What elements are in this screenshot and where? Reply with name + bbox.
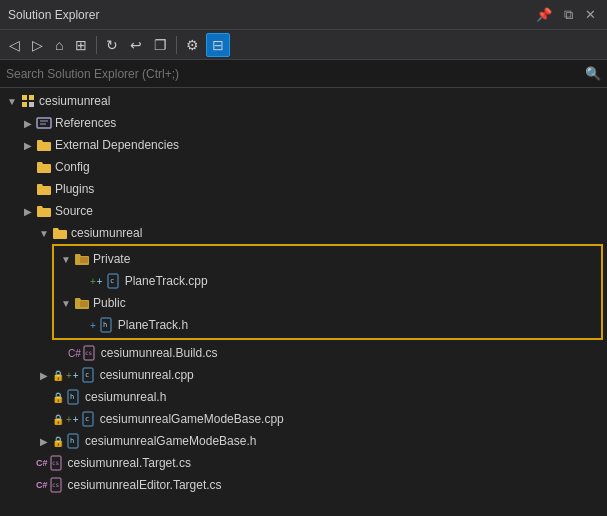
title-bar-icons: 📌 ⧉ ✕ <box>533 6 599 24</box>
home-button[interactable]: ⌂ <box>50 34 68 56</box>
tree-item-editor-target-cs[interactable]: C# cs cesiumunrealEditor.Target.cs <box>0 474 607 496</box>
svg-rect-3 <box>29 102 34 107</box>
tree-item-label: cesiumunrealGameModeBase.cpp <box>100 412 284 426</box>
back-button[interactable]: ◁ <box>4 34 25 56</box>
expand-arrow[interactable] <box>4 96 20 107</box>
tree-item-label: Config <box>55 160 90 174</box>
toolbar-separator-2 <box>176 36 177 54</box>
tree-item-label: References <box>55 116 116 130</box>
tree-item-target-cs[interactable]: C# cs cesiumunreal.Target.cs <box>0 452 607 474</box>
tree-item-planetrack-cpp[interactable]: + + c PlaneTrack.cpp <box>54 270 601 292</box>
cs-file-icon: cs <box>82 345 98 361</box>
svg-text:h: h <box>70 393 74 401</box>
tree-item-label: cesiumunrealEditor.Target.cs <box>68 478 222 492</box>
svg-rect-0 <box>22 95 27 100</box>
svg-rect-2 <box>22 102 27 107</box>
tree-item-label: cesiumunreal <box>39 94 110 108</box>
cpp-badge-icon: + <box>90 276 96 287</box>
cs-badge-icon: C# <box>36 480 48 490</box>
folder2-icon <box>74 251 90 267</box>
tree-item-external-deps[interactable]: External Dependencies <box>0 134 607 156</box>
folder2-icon <box>74 295 90 311</box>
lock-icon: 🔒 <box>52 392 64 403</box>
tree-item-plugins[interactable]: Plugins <box>0 178 607 200</box>
tree-item-label: Source <box>55 204 93 218</box>
svg-text:c: c <box>110 277 114 285</box>
svg-text:c: c <box>85 371 89 379</box>
copy-button[interactable]: ❐ <box>149 34 172 56</box>
expand-arrow[interactable] <box>58 254 74 265</box>
lock-icon: 🔒 <box>52 436 64 447</box>
expand-arrow[interactable] <box>20 140 36 151</box>
cpp-file-icon: c <box>81 411 97 427</box>
expand-arrow[interactable] <box>58 298 74 309</box>
title-bar: Solution Explorer 📌 ⧉ ✕ <box>0 0 607 30</box>
tree-item-label: cesiumunreal.Build.cs <box>101 346 218 360</box>
highlight-group: Private + + c PlaneTrack.cpp <box>52 244 603 340</box>
tree-item-label: cesiumunrealGameModeBase.h <box>85 434 256 448</box>
properties-button[interactable]: ⊞ <box>70 34 92 56</box>
title-bar-title: Solution Explorer <box>8 8 533 22</box>
search-icon: 🔍 <box>585 66 601 81</box>
forward-button[interactable]: ▷ <box>27 34 48 56</box>
tree-item-label: Plugins <box>55 182 94 196</box>
svg-text:cs: cs <box>52 481 60 488</box>
refresh-button[interactable]: ↻ <box>101 34 123 56</box>
tree-item-config[interactable]: Config <box>0 156 607 178</box>
svg-text:h: h <box>70 437 74 445</box>
folder-icon <box>52 225 68 241</box>
svg-text:cs: cs <box>85 349 93 356</box>
solution-explorer-tree: cesiumunreal References External Depende… <box>0 88 607 516</box>
tree-item-references[interactable]: References <box>0 112 607 134</box>
expand-arrow[interactable] <box>36 228 52 239</box>
tree-item-label: External Dependencies <box>55 138 179 152</box>
tree-item-cesiumunreal-h[interactable]: 🔒 h cesiumunreal.h <box>0 386 607 408</box>
expand-arrow[interactable] <box>20 206 36 217</box>
pin-active-button[interactable]: ⊟ <box>206 33 230 57</box>
toolbar: ◁ ▷ ⌂ ⊞ ↻ ↩ ❐ ⚙ ⊟ <box>0 30 607 60</box>
cpp-badge-icon: + <box>66 414 72 425</box>
tree-item-label: PlaneTrack.cpp <box>125 274 208 288</box>
folder-icon <box>36 203 52 219</box>
tree-item-label: cesiumunreal.Target.cs <box>68 456 191 470</box>
svg-text:h: h <box>103 321 107 329</box>
h-file-icon: h <box>66 433 82 449</box>
tree-item-cesiumunreal-inner[interactable]: cesiumunreal <box>0 222 607 244</box>
svg-rect-1 <box>29 95 34 100</box>
float-icon[interactable]: ⧉ <box>561 6 576 24</box>
references-icon <box>36 115 52 131</box>
tree-item-cesiumunreal-root[interactable]: cesiumunreal <box>0 90 607 112</box>
folder-icon <box>36 137 52 153</box>
tree-item-gamemode-cpp[interactable]: 🔒 + + c cesiumunrealGameModeBase.cpp <box>0 408 607 430</box>
expand-arrow[interactable] <box>36 370 52 381</box>
tree-item-build-cs[interactable]: C# cs cesiumunreal.Build.cs <box>0 342 607 364</box>
tree-item-public[interactable]: Public <box>54 292 601 314</box>
editor-target-cs-icon: cs <box>49 477 65 493</box>
svg-rect-10 <box>80 301 88 307</box>
expand-arrow[interactable] <box>20 118 36 129</box>
pin-icon[interactable]: 📌 <box>533 6 555 23</box>
cpp-badge-icon: + <box>66 370 72 381</box>
lock-icon: 🔒 <box>52 414 64 425</box>
search-bar: 🔍 <box>0 60 607 88</box>
cpp-badge2-icon: + <box>73 370 79 381</box>
tree-item-private[interactable]: Private <box>54 248 601 270</box>
close-icon[interactable]: ✕ <box>582 6 599 23</box>
tree-item-label: cesiumunreal.cpp <box>100 368 194 382</box>
tree-item-source[interactable]: Source <box>0 200 607 222</box>
settings-button[interactable]: ⚙ <box>181 34 204 56</box>
tree-item-cesiumunreal-cpp[interactable]: 🔒 + + c cesiumunreal.cpp <box>0 364 607 386</box>
tree-item-planetrack-h[interactable]: + h PlaneTrack.h <box>54 314 601 336</box>
svg-text:c: c <box>85 415 89 423</box>
tree-item-label: PlaneTrack.h <box>118 318 188 332</box>
tree-item-label: cesiumunreal.h <box>85 390 166 404</box>
undo-button[interactable]: ↩ <box>125 34 147 56</box>
search-input[interactable] <box>6 67 585 81</box>
lock-icon: 🔒 <box>52 370 64 381</box>
cs-badge-icon: C# <box>68 348 81 359</box>
expand-arrow[interactable] <box>36 436 52 447</box>
cpp-badge2-icon: + <box>97 276 103 287</box>
svg-rect-4 <box>37 118 51 128</box>
project-icon <box>20 93 36 109</box>
tree-item-gamemode-h[interactable]: 🔒 h cesiumunrealGameModeBase.h <box>0 430 607 452</box>
